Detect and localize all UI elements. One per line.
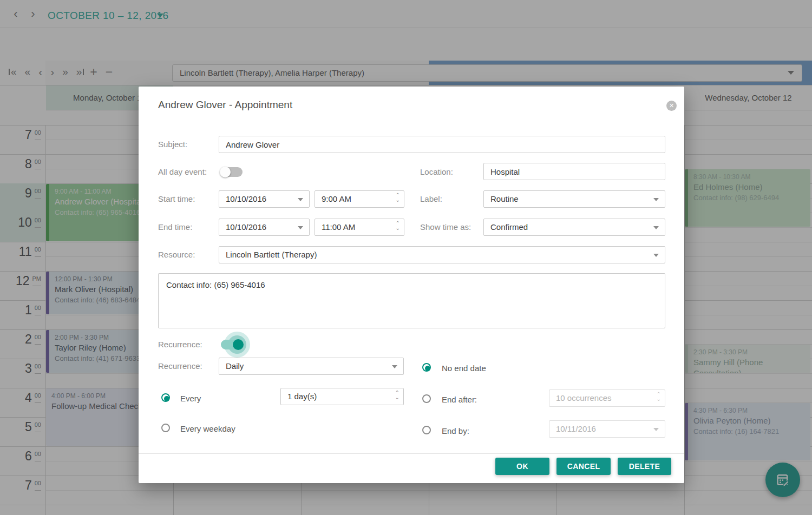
recurrence-select[interactable]: Daily	[219, 358, 404, 375]
end-by-label[interactable]: End by:	[442, 426, 469, 437]
delete-button[interactable]: DELETE	[618, 458, 671, 475]
recurrence-value: Daily	[226, 361, 244, 371]
chevron-down-icon	[653, 254, 659, 257]
all-day-toggle[interactable]	[221, 167, 243, 177]
end-time-value: 11:00 AM	[322, 222, 355, 232]
no-end-date-radio[interactable]	[422, 363, 431, 372]
end-time-label: End time:	[158, 222, 192, 233]
start-time-label: Start time:	[158, 194, 195, 204]
end-after-radio[interactable]	[422, 394, 431, 403]
every-weekday-label[interactable]: Every weekday	[180, 424, 235, 434]
start-date-picker[interactable]: 10/10/2016	[219, 190, 310, 208]
dialog-title: Andrew Glover - Appointment	[158, 99, 292, 111]
resource-label: Resource:	[158, 249, 195, 260]
toggle-knob	[220, 167, 231, 177]
start-time-spinner[interactable]: 9:00 AM ⌃⌄	[315, 190, 404, 208]
recurrence-toggle[interactable]	[221, 340, 243, 349]
chevron-down-icon	[653, 198, 659, 201]
end-by-value: 10/11/2016	[556, 424, 596, 433]
every-weekday-radio[interactable]	[161, 424, 170, 432]
recurrence-toggle-label: Recurrence:	[158, 339, 202, 350]
every-interval-spinner[interactable]: 1 day(s) ⌃⌄	[280, 388, 404, 405]
description-textarea[interactable]: Contact info: (65) 965-4016	[158, 273, 665, 328]
location-label: Location:	[420, 167, 453, 177]
cancel-button[interactable]: CANCEL	[556, 458, 611, 475]
subject-label: Subject:	[158, 139, 187, 150]
label-label: Label:	[420, 194, 442, 204]
close-icon[interactable]: ✕	[666, 101, 677, 111]
every-interval-value: 1 day(s)	[287, 392, 317, 401]
scheduler-app: 7008009001000110012PM1002003004005006007…	[0, 0, 812, 515]
every-label[interactable]: Every	[180, 393, 201, 404]
spin-down-icon[interactable]: ⌄	[396, 197, 400, 202]
end-by-radio[interactable]	[422, 426, 431, 434]
show-time-as-select[interactable]: Confirmed	[483, 219, 665, 236]
appointment-dialog: Andrew Glover - Appointment ✕ Subject: A…	[139, 87, 684, 483]
end-date-value: 10/10/2016	[226, 222, 266, 232]
all-day-label: All day event:	[158, 167, 207, 177]
recurrence-label: Recurrence:	[158, 361, 202, 372]
spin-down-icon[interactable]: ⌄	[396, 226, 400, 230]
label-select[interactable]: Routine	[483, 190, 665, 208]
end-time-spinner[interactable]: 11:00 AM ⌃⌄	[315, 219, 404, 236]
spin-down-icon: ⌄	[657, 397, 661, 401]
ok-button[interactable]: OK	[495, 458, 549, 475]
end-by-picker: 10/11/2016	[549, 420, 665, 438]
show-time-as-label: Show time as:	[420, 222, 471, 233]
end-after-label[interactable]: End after:	[442, 394, 477, 405]
show-time-as-value: Confirmed	[490, 222, 528, 232]
chevron-down-icon	[298, 198, 303, 201]
end-date-picker[interactable]: 10/10/2016	[219, 219, 310, 236]
resource-value: Lincoln Bartlett (Therapy)	[226, 250, 317, 259]
location-input[interactable]	[483, 163, 665, 180]
end-after-spinner: 10 occurrences ⌃⌄	[549, 389, 665, 407]
chevron-down-icon	[298, 226, 303, 229]
no-end-date-label[interactable]: No end date	[442, 363, 486, 374]
start-date-value: 10/10/2016	[226, 194, 266, 203]
end-after-value: 10 occurrences	[556, 393, 612, 402]
subject-input[interactable]	[219, 136, 665, 153]
chevron-down-icon	[653, 428, 659, 431]
toggle-knob	[233, 339, 244, 350]
label-value: Routine	[490, 194, 519, 203]
chevron-down-icon	[392, 365, 397, 368]
every-radio[interactable]	[161, 393, 170, 402]
start-time-value: 9:00 AM	[322, 194, 351, 203]
dialog-divider	[139, 453, 684, 454]
chevron-down-icon	[653, 226, 659, 229]
resource-select-field[interactable]: Lincoln Bartlett (Therapy)	[219, 246, 665, 263]
spin-down-icon[interactable]: ⌄	[395, 395, 400, 400]
